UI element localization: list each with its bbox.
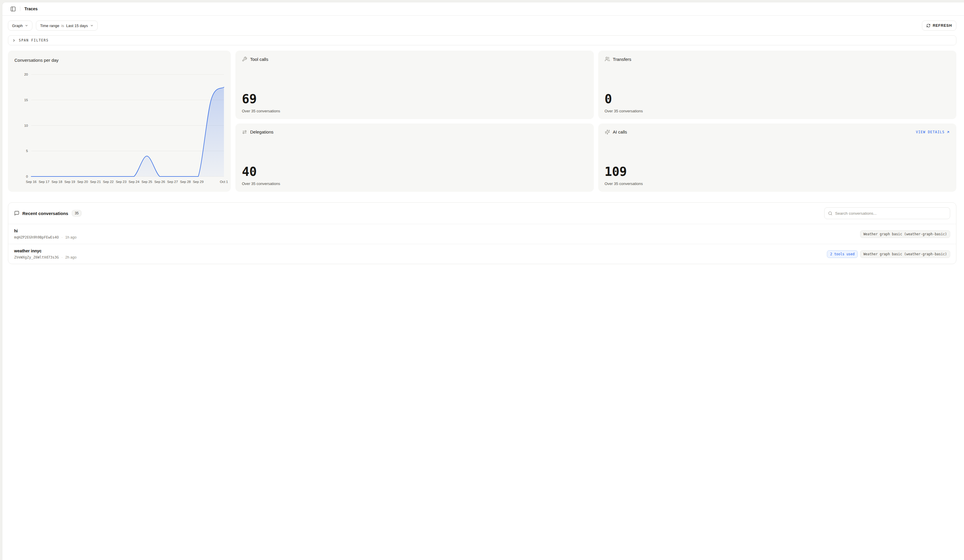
svg-text:Sep 27: Sep 27 — [167, 180, 178, 183]
conversation-title: weather innyc — [14, 248, 77, 253]
svg-text:Sep 22: Sep 22 — [103, 180, 114, 183]
svg-text:Sep 21: Sep 21 — [90, 180, 101, 183]
swap-arrows-icon — [242, 130, 247, 135]
svg-text:10: 10 — [24, 124, 28, 127]
page-header: Traces — [2, 2, 461, 16]
stat-card-tool-calls: Tool calls 69 Over 35 conversations — [235, 50, 461, 119]
conversation-title: hi — [14, 229, 77, 233]
span-filters-toggle[interactable]: SPAN FILTERS — [8, 35, 461, 45]
svg-text:Sep 23: Sep 23 — [116, 180, 126, 183]
stat-caption: Over 35 conversations — [242, 182, 461, 186]
recent-conversations-title: Recent conversations — [22, 211, 68, 216]
conversation-id: ZVeWXgZy_Z6WltVd73s3G — [14, 255, 59, 260]
svg-text:Sep 18: Sep 18 — [52, 180, 62, 183]
svg-text:Sep 28: Sep 28 — [180, 180, 191, 183]
view-mode-label: Graph — [12, 24, 23, 28]
main-panel: Traces Graph Time range is Last 15 days … — [2, 2, 461, 268]
svg-text:15: 15 — [24, 98, 28, 102]
conversation-id: mqHZP2EGh9h9BpFEwEs4O — [14, 235, 59, 239]
stat-title: Tool calls — [250, 57, 269, 62]
svg-text:0: 0 — [26, 175, 28, 178]
svg-text:20: 20 — [24, 73, 28, 76]
svg-text:5: 5 — [26, 149, 28, 153]
stat-value: 40 — [242, 166, 461, 178]
conversation-time: 2h ago — [65, 255, 77, 260]
chevron-right-icon — [12, 39, 16, 42]
svg-text:Sep 20: Sep 20 — [77, 180, 88, 183]
meta-separator: · — [62, 255, 63, 260]
sidebar-toggle-button[interactable] — [9, 5, 17, 13]
svg-text:Oct 1: Oct 1 — [220, 180, 228, 183]
span-filters-label: SPAN FILTERS — [19, 38, 49, 42]
svg-text:Sep 25: Sep 25 — [142, 180, 152, 183]
svg-text:Sep 29: Sep 29 — [193, 180, 204, 183]
conversations-chart: 05101520Sep 16Sep 17Sep 18Sep 19Sep 20Se… — [13, 70, 230, 187]
panel-left-icon — [10, 6, 16, 12]
svg-text:Sep 17: Sep 17 — [39, 180, 49, 183]
recent-conversations-card: Recent conversations 35 hi mqHZP2EGh9h9B… — [8, 202, 461, 264]
chart-title: Conversations per day — [15, 58, 59, 63]
svg-text:Sep 26: Sep 26 — [154, 180, 165, 183]
time-filter-field: Time range — [40, 24, 59, 28]
header-divider — [20, 6, 20, 11]
conversation-row[interactable]: weather innyc ZVeWXgZy_Z6WltVd73s3G · 2h… — [8, 244, 461, 264]
view-mode-dropdown[interactable]: Graph — [8, 21, 33, 31]
stat-card-delegations: Delegations 40 Over 35 conversations — [235, 123, 461, 192]
time-filter-operator: is — [61, 24, 64, 28]
chevron-down-icon — [25, 24, 28, 28]
stat-value: 69 — [242, 93, 461, 105]
metrics-section: Conversations per day 05101520Sep 16Sep … — [8, 50, 461, 192]
time-filter-value: Last 15 days — [66, 24, 88, 28]
chevron-down-icon — [90, 24, 94, 28]
conversation-count-badge: 35 — [72, 210, 81, 216]
svg-text:Sep 24: Sep 24 — [129, 180, 140, 183]
stat-grid: Tool calls 69 Over 35 conversations Tran… — [235, 50, 461, 192]
stat-title: Delegations — [250, 130, 274, 135]
recent-conversations-header: Recent conversations 35 — [8, 203, 461, 224]
svg-text:Sep 19: Sep 19 — [64, 180, 75, 183]
conversations-per-day-card: Conversations per day 05101520Sep 16Sep … — [8, 50, 231, 192]
time-range-filter[interactable]: Time range is Last 15 days — [36, 21, 98, 31]
conversation-row[interactable]: hi mqHZP2EGh9h9BpFEwEs4O · 1h ago Weathe… — [8, 224, 461, 244]
wrench-icon — [242, 57, 247, 62]
conversation-time: 1h ago — [65, 235, 77, 239]
meta-separator: · — [62, 235, 63, 239]
page-title: Traces — [24, 6, 37, 11]
svg-text:Sep 16: Sep 16 — [26, 180, 36, 183]
stat-caption: Over 35 conversations — [242, 109, 461, 113]
toolbar: Graph Time range is Last 15 days REFRESH — [8, 21, 461, 31]
chat-bubble-icon — [14, 211, 20, 216]
